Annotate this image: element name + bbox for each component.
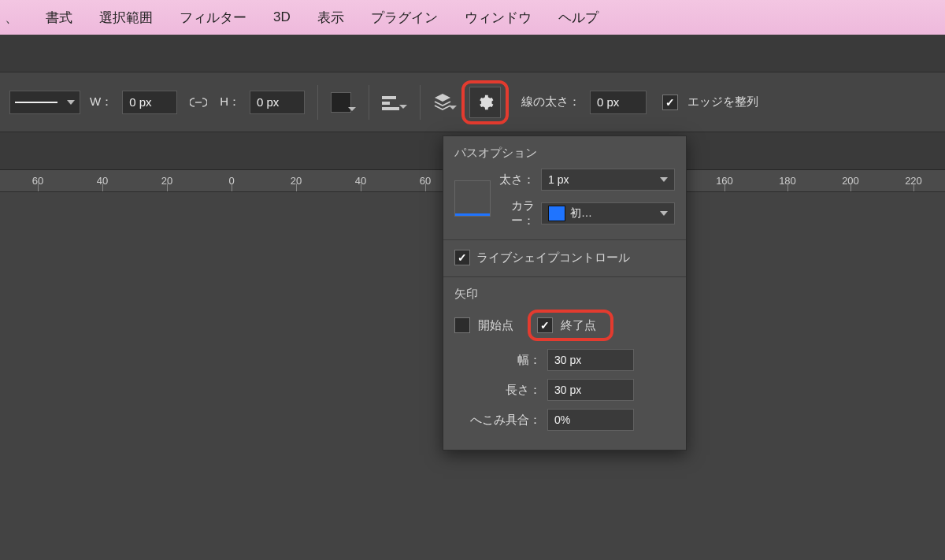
path-options-gear-button[interactable]	[469, 87, 501, 118]
arrow-end-label: 終了点	[561, 318, 596, 333]
thickness-value: 1 px	[548, 173, 569, 186]
gear-callout	[461, 80, 509, 124]
ruler-tick: 60	[416, 170, 435, 191]
arrow-length-label: 長さ：	[454, 383, 541, 398]
options-bar: W： 0 px H： 0 px 線の太さ： 0 px エッジを整列	[0, 72, 945, 132]
menu-plugin[interactable]: プラグイン	[371, 9, 438, 27]
ruler-tick: 0	[222, 170, 241, 191]
align-edges-label: エッジを整列	[687, 95, 758, 109]
fill-swatch[interactable]	[331, 92, 356, 113]
ruler-tick: 40	[93, 170, 112, 191]
height-label: H：	[220, 95, 240, 109]
divider	[317, 85, 318, 120]
menubar-leading: 、	[5, 8, 19, 27]
stroke-width-input[interactable]: 0 px	[590, 91, 647, 114]
width-input[interactable]: 0 px	[122, 91, 177, 114]
path-options-title: パスオプション	[454, 146, 675, 161]
arrow-length-input[interactable]: 30 px	[547, 379, 634, 401]
height-input[interactable]: 0 px	[250, 91, 305, 114]
menu-select[interactable]: 選択範囲	[99, 9, 153, 27]
stroke-width-label: 線の太さ：	[521, 95, 580, 109]
menu-filter[interactable]: フィルター	[180, 9, 246, 27]
stroke-style-dropdown[interactable]	[9, 91, 80, 114]
color-value: 初…	[570, 206, 592, 221]
ruler-tick: 20	[287, 170, 306, 191]
arrow-end-checkbox[interactable]	[537, 317, 553, 333]
menu-3d[interactable]: 3D	[273, 9, 291, 25]
arrow-end-callout: 終了点	[528, 310, 613, 341]
width-label: W：	[90, 95, 113, 109]
ruler-tick: 60	[28, 170, 47, 191]
divider	[420, 85, 421, 120]
arrow-start-label: 開始点	[478, 318, 513, 333]
menu-help[interactable]: ヘルプ	[558, 9, 598, 27]
thickness-label: 太さ：	[497, 172, 535, 187]
path-options-panel: パスオプション 太さ： 1 px カラー： 初…	[443, 135, 687, 451]
arrow-width-label: 幅：	[454, 353, 541, 368]
arrow-title: 矢印	[454, 287, 675, 302]
live-shape-label: ライブシェイプコントロール	[476, 250, 630, 265]
arrow-width-input[interactable]: 30 px	[547, 349, 634, 371]
color-select[interactable]: 初…	[541, 202, 675, 224]
divider	[369, 85, 369, 120]
link-wh-icon[interactable]	[187, 91, 210, 114]
live-shape-checkbox[interactable]	[454, 250, 470, 265]
color-label: カラー：	[497, 198, 535, 228]
stroke-preview[interactable]	[454, 180, 491, 217]
arrow-start-checkbox[interactable]	[454, 317, 470, 333]
ruler-tick: 200	[841, 170, 860, 191]
arrow-concavity-label: へこみ具合：	[454, 413, 541, 428]
thickness-select[interactable]: 1 px	[541, 169, 675, 191]
svg-rect-2	[382, 107, 399, 110]
app-menubar: 、 書式 選択範囲 フィルター 3D 表示 プラグイン ウィンドウ ヘルプ	[0, 0, 945, 35]
ruler-tick: 20	[158, 170, 176, 191]
gear-icon	[476, 94, 494, 111]
arrow-concavity-input[interactable]: 0%	[547, 409, 634, 431]
menu-format[interactable]: 書式	[46, 9, 72, 27]
ruler-tick: 40	[351, 170, 370, 191]
arrange-icon[interactable]	[433, 94, 457, 111]
menu-window[interactable]: ウィンドウ	[465, 9, 532, 27]
ruler-tick: 160	[715, 170, 734, 191]
align-icon[interactable]	[382, 95, 407, 110]
ruler-tick: 180	[778, 170, 797, 191]
color-swatch	[548, 206, 565, 221]
svg-rect-0	[382, 96, 396, 99]
svg-rect-1	[382, 102, 390, 105]
align-edges-checkbox[interactable]	[662, 95, 678, 110]
ruler-tick: 220	[904, 170, 923, 191]
strip-upper	[0, 35, 945, 72]
menu-view[interactable]: 表示	[317, 9, 344, 27]
